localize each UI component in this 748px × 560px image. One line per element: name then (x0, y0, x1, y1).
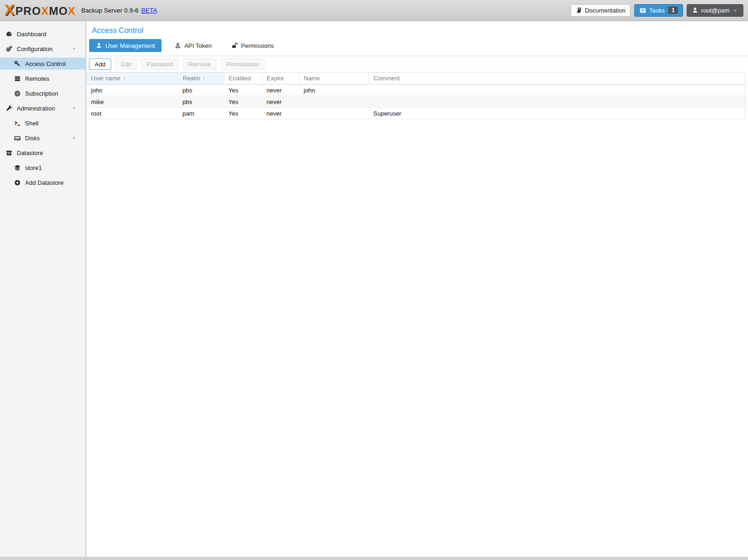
column-label: Expire (267, 75, 284, 82)
main-panel: Access Control User ManagementAPI TokenP… (86, 21, 748, 557)
tab-label: Permissions (241, 42, 274, 49)
column-label: User name (91, 75, 121, 82)
sidebar-item-dashboard[interactable]: Dashboard (0, 28, 85, 40)
sidebar-item-label: Administration (17, 105, 55, 112)
tasks-button[interactable]: Tasks 1 (634, 4, 683, 17)
beta-link[interactable]: BETA (141, 7, 157, 14)
column-label: Name (304, 75, 320, 82)
tab-label: API Token (184, 42, 212, 49)
cell-name (299, 108, 369, 119)
cell-enabled: Yes (224, 108, 262, 119)
top-header-bar: X PROXMOX Backup Server 0.9-6 BETA Docum… (0, 0, 748, 21)
column-header-enabled[interactable]: Enabled (224, 72, 262, 85)
sidebar-item-administration[interactable]: Administration (0, 102, 85, 114)
sidebar-item-configuration[interactable]: Configuration (0, 43, 85, 55)
tasks-count-badge: 1 (668, 7, 678, 14)
book-icon (576, 7, 582, 13)
permissions-button[interactable]: Permissions (221, 59, 265, 70)
column-header-name[interactable]: Name (299, 72, 369, 85)
toolbar: AddEditPasswordRemovePermissions (86, 56, 748, 72)
cell-name: john (299, 85, 369, 96)
table-row-john[interactable]: johnpbsYesneverjohn (86, 85, 746, 96)
hard-drive-icon (13, 135, 21, 142)
life-ring-icon (13, 90, 21, 97)
sidebar-item-datastore[interactable]: Datastore (0, 147, 85, 159)
column-header-user-name[interactable]: User name↑ (86, 72, 178, 85)
users-table: User name↑Realm↑EnabledExpireNameComment… (86, 72, 746, 119)
cell-user-name: mike (86, 96, 178, 108)
plus-circle-icon (13, 179, 21, 186)
column-header-realm[interactable]: Realm↑ (178, 72, 224, 85)
proxmox-logo-mark-icon: X (5, 3, 13, 17)
edit-button[interactable]: Edit (115, 59, 137, 70)
sidebar-item-label: Dashboard (17, 31, 46, 38)
documentation-button[interactable]: Documentation (571, 4, 631, 17)
sidebar-item-label: Add Datastore (25, 179, 64, 186)
bottom-edge (0, 557, 748, 560)
column-label: Enabled (229, 75, 251, 82)
expander-arrow-down-icon (70, 106, 78, 111)
gears-icon (5, 46, 13, 52)
sidebar-item-access-control[interactable]: Access Control (0, 58, 85, 70)
sidebar-item-disks[interactable]: Disks (0, 132, 85, 144)
sort-ascending-icon: ↑ (202, 75, 206, 82)
table-row-root[interactable]: rootpamYesneverSuperuser (86, 108, 746, 119)
user-menu-button[interactable]: root@pam (687, 4, 743, 17)
server-stack-icon (13, 75, 21, 82)
proxmox-logo-word: PROXMOX (15, 5, 76, 18)
sidebar-item-remotes[interactable]: Remotes (0, 72, 85, 85)
archive-box-icon (5, 150, 13, 156)
expander-arrow-right-icon (70, 136, 78, 141)
user-menu-label: root@pam (701, 7, 729, 14)
column-header-comment[interactable]: Comment (369, 72, 746, 85)
sidebar-item-subscription[interactable]: Subscription (0, 87, 85, 99)
tab-user-management[interactable]: User Management (89, 39, 162, 52)
sidebar-item-label: Subscription (25, 90, 59, 97)
sidebar-item-label: Datastore (17, 150, 43, 156)
cell-enabled: Yes (224, 85, 262, 96)
cell-user-name: root (86, 108, 178, 119)
table-header-row: User name↑Realm↑EnabledExpireNameComment (86, 72, 746, 85)
cell-realm: pbs (178, 85, 224, 96)
sidebar-item-shell[interactable]: Shell (0, 117, 85, 129)
sidebar-nav: DashboardConfigurationAccess ControlRemo… (0, 21, 86, 557)
chevron-down-icon (732, 7, 738, 13)
cell-expire: never (262, 85, 299, 96)
key-icon (13, 60, 21, 67)
cell-name (299, 96, 369, 108)
sidebar-item-label: Access Control (25, 60, 65, 67)
cell-realm: pbs (178, 96, 224, 108)
remove-button[interactable]: Remove (183, 59, 216, 70)
cell-comment: Superuser (369, 108, 746, 119)
proxmox-logo: X PROXMOX (5, 3, 76, 18)
user-outline-icon (175, 42, 181, 49)
user-icon (692, 7, 698, 13)
sidebar-item-label: Remotes (25, 75, 49, 82)
cell-realm: pam (178, 108, 224, 119)
sidebar-item-store1[interactable]: store1 (0, 162, 85, 174)
tab-api-token[interactable]: API Token (168, 39, 218, 52)
sidebar-item-label: Shell (25, 120, 39, 127)
password-button[interactable]: Password (141, 59, 179, 70)
tasks-label: Tasks (649, 7, 664, 14)
sidebar-item-add-datastore[interactable]: Add Datastore (0, 176, 85, 189)
documentation-label: Documentation (585, 7, 625, 14)
terminal-icon (13, 120, 21, 127)
sidebar-item-label: Disks (25, 135, 40, 142)
table-row-mike[interactable]: mikepbsYesnever (86, 96, 746, 108)
sidebar-item-label: store1 (25, 164, 42, 171)
page-title: Access Control (92, 26, 748, 35)
tab-permissions[interactable]: Permissions (225, 39, 280, 52)
cell-enabled: Yes (224, 96, 262, 108)
product-version-label: Backup Server 0.9-6 (81, 7, 138, 14)
user-filled-icon (96, 42, 102, 49)
sidebar-item-label: Configuration (17, 46, 52, 52)
dashboard-icon (5, 31, 13, 38)
column-label: Comment (374, 75, 400, 82)
cell-expire: never (262, 108, 299, 119)
cell-user-name: john (86, 85, 178, 96)
wrench-icon (5, 105, 13, 112)
column-header-expire[interactable]: Expire (262, 72, 299, 85)
cell-expire: never (262, 96, 299, 108)
add-button[interactable]: Add (89, 59, 111, 70)
